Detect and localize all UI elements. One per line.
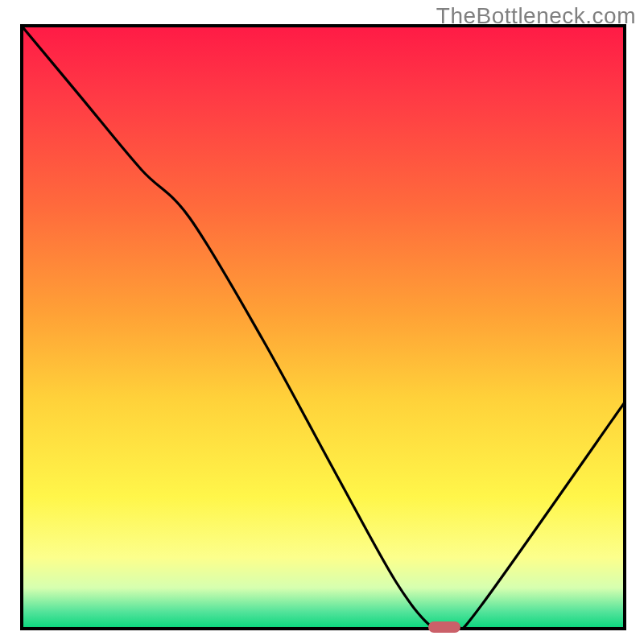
watermark-text: TheBottleneck.com	[436, 3, 636, 29]
plot-area	[20, 24, 626, 630]
optimal-marker	[428, 621, 460, 633]
curve-svg	[20, 24, 626, 630]
chart-container: TheBottleneck.com	[0, 0, 644, 644]
bottleneck-curve-path	[20, 24, 626, 630]
